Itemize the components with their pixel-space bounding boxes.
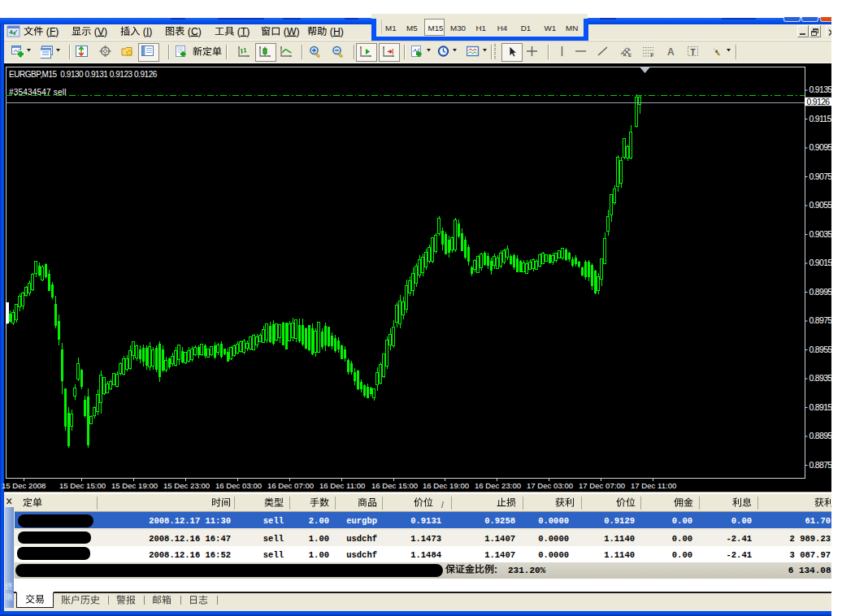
svg-text:15 Dec 15:00: 15 Dec 15:00 xyxy=(59,481,106,490)
svg-text:0.8915: 0.8915 xyxy=(809,402,832,412)
svg-text:0.8895: 0.8895 xyxy=(809,431,832,440)
svg-text:0.8935: 0.8935 xyxy=(809,373,832,383)
svg-text:17 Dec 03:00: 17 Dec 03:00 xyxy=(527,481,573,490)
svg-text:0.8995: 0.8995 xyxy=(809,287,832,297)
svg-text:0.9126: 0.9126 xyxy=(807,97,831,106)
svg-text:16 Dec 15:00: 16 Dec 15:00 xyxy=(371,481,418,490)
svg-text:16 Dec 11:00: 16 Dec 11:00 xyxy=(319,481,365,490)
svg-text:0.9075: 0.9075 xyxy=(809,171,832,181)
svg-text:0.8875: 0.8875 xyxy=(809,460,832,470)
svg-text:0.9135: 0.9135 xyxy=(809,85,832,94)
svg-text:0.9055: 0.9055 xyxy=(809,200,832,210)
svg-text:0.8975: 0.8975 xyxy=(809,315,832,325)
svg-text:15 Dec 23:00: 15 Dec 23:00 xyxy=(163,481,210,490)
svg-text:16 Dec 19:00: 16 Dec 19:00 xyxy=(423,481,469,490)
svg-text:0.8955: 0.8955 xyxy=(809,345,832,354)
svg-text:15 Dec 2008: 15 Dec 2008 xyxy=(2,481,46,490)
svg-text:0.9015: 0.9015 xyxy=(809,258,832,267)
svg-text:17 Dec 07:00: 17 Dec 07:00 xyxy=(579,481,625,490)
svg-text:16 Dec 03:00: 16 Dec 03:00 xyxy=(215,481,262,490)
svg-text:0.9035: 0.9035 xyxy=(809,229,832,239)
svg-text:16 Dec 23:00: 16 Dec 23:00 xyxy=(475,481,521,490)
svg-text:17 Dec 11:00: 17 Dec 11:00 xyxy=(631,481,676,490)
svg-text::: : xyxy=(494,564,497,575)
svg-text:16 Dec 07:00: 16 Dec 07:00 xyxy=(267,481,314,490)
svg-text:15 Dec 19:00: 15 Dec 19:00 xyxy=(111,481,158,490)
svg-text:0.9095: 0.9095 xyxy=(809,142,832,152)
svg-text:0.9115: 0.9115 xyxy=(809,114,832,124)
